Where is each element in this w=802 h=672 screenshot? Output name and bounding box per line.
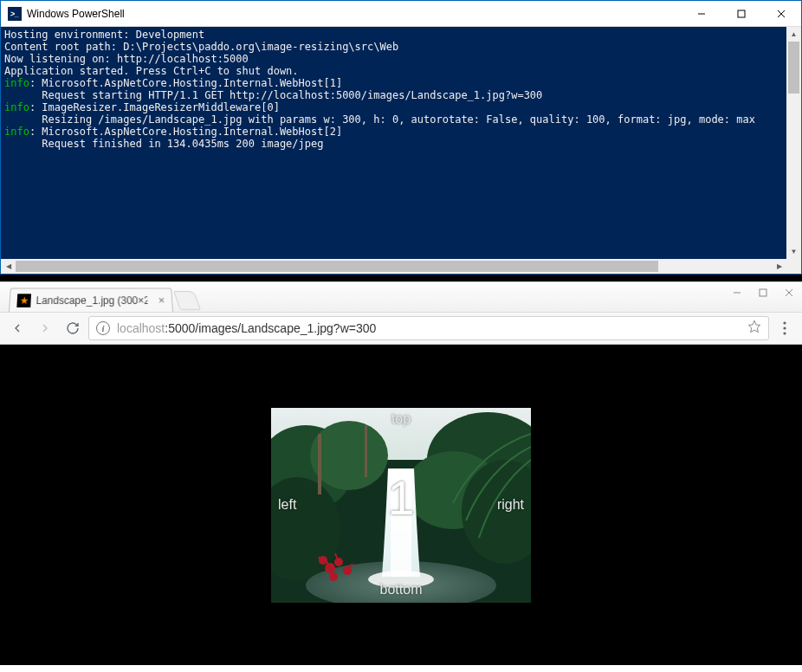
tab-close-button[interactable]: × — [158, 294, 165, 307]
console-line: Application started. Press Ctrl+C to shu… — [4, 65, 299, 77]
console-line: Now listening on: http://localhost:5000 — [4, 53, 249, 65]
scroll-up-arrow-icon[interactable]: ▲ — [786, 27, 801, 42]
address-bar[interactable]: i localhost:5000/images/Landscape_1.jpg?… — [88, 316, 769, 340]
console-line: Hosting environment: Development — [4, 29, 204, 41]
scroll-left-arrow-icon[interactable]: ◀ — [1, 259, 16, 274]
chrome-window: ★ Landscape_1.jpg (300×22 × — [0, 281, 802, 665]
url-host: localhost — [117, 321, 165, 335]
overlay-top: top — [391, 411, 411, 427]
powershell-icon: >_ — [8, 7, 22, 21]
console-line: : Microsoft.AspNetCore.Hosting.Internal.… — [29, 126, 342, 138]
overlay-center: 1 — [387, 469, 414, 526]
chrome-tabstrip[interactable]: ★ Landscape_1.jpg (300×22 × — [0, 282, 802, 312]
svg-point-29 — [329, 572, 338, 581]
scrollbar-thumb[interactable] — [788, 42, 799, 94]
powershell-console[interactable]: Hosting environment: Development Content… — [1, 27, 786, 259]
menu-button[interactable] — [773, 316, 797, 340]
maximize-button[interactable] — [721, 1, 761, 27]
log-level-info: info — [4, 126, 29, 138]
svg-rect-5 — [760, 289, 766, 296]
browser-viewport: top bottom left right 1 — [0, 345, 802, 665]
log-level-info: info — [4, 101, 29, 113]
svg-marker-8 — [748, 320, 760, 332]
horizontal-scrollbar[interactable]: ◀ ▶ — [1, 259, 801, 274]
maximize-button[interactable] — [750, 284, 776, 301]
overlay-left: left — [278, 497, 296, 513]
log-level-info: info — [4, 77, 29, 89]
console-line: Resizing /images/Landscape_1.jpg with pa… — [4, 113, 755, 126]
browser-tab[interactable]: ★ Landscape_1.jpg (300×22 × — [9, 288, 173, 312]
powershell-window: >_ Windows PowerShell Hosting environmen… — [0, 0, 802, 275]
svg-point-15 — [310, 421, 388, 490]
scroll-down-arrow-icon[interactable]: ▼ — [786, 244, 801, 259]
svg-rect-23 — [318, 434, 321, 494]
minimize-button[interactable] — [682, 1, 721, 27]
url-text: localhost:5000/images/Landscape_1.jpg?w=… — [117, 321, 376, 335]
svg-point-11 — [783, 332, 786, 334]
svg-rect-24 — [365, 425, 367, 477]
site-info-icon[interactable]: i — [96, 321, 110, 335]
window-gap — [0, 275, 802, 281]
powershell-title: Windows PowerShell — [27, 8, 125, 20]
console-line: : ImageResizer.ImageResizerMiddleware[0] — [29, 101, 280, 113]
vertical-scrollbar[interactable]: ▲ ▼ — [786, 27, 801, 259]
close-button[interactable] — [761, 1, 801, 27]
forward-button[interactable] — [33, 316, 57, 340]
svg-rect-1 — [738, 10, 745, 17]
scrollbar-thumb[interactable] — [16, 261, 658, 272]
console-line: Content root path: D:\Projects\paddo.org… — [4, 41, 398, 53]
back-button[interactable] — [5, 316, 29, 340]
svg-point-10 — [783, 326, 786, 329]
close-button[interactable] — [776, 284, 802, 301]
powershell-titlebar[interactable]: >_ Windows PowerShell — [1, 1, 801, 27]
chrome-toolbar: i localhost:5000/images/Landscape_1.jpg?… — [0, 312, 802, 345]
overlay-right: right — [497, 497, 524, 513]
tab-title: Landscape_1.jpg (300×22 — [36, 294, 147, 307]
bookmark-star-icon[interactable] — [747, 320, 761, 337]
console-line: Request finished in 134.0435ms 200 image… — [4, 138, 323, 150]
landscape-image: top bottom left right 1 — [271, 408, 531, 603]
reload-button[interactable] — [61, 316, 85, 340]
favicon-icon: ★ — [16, 294, 31, 307]
new-tab-button[interactable] — [173, 291, 201, 310]
console-line: Request starting HTTP/1.1 GET http://loc… — [4, 89, 542, 101]
overlay-bottom: bottom — [380, 582, 423, 598]
minimize-button[interactable] — [724, 284, 750, 301]
scroll-right-arrow-icon[interactable]: ▶ — [772, 259, 786, 274]
console-line: : Microsoft.AspNetCore.Hosting.Internal.… — [29, 77, 342, 89]
svg-point-9 — [783, 321, 786, 324]
url-path: :5000/images/Landscape_1.jpg?w=300 — [165, 321, 376, 335]
